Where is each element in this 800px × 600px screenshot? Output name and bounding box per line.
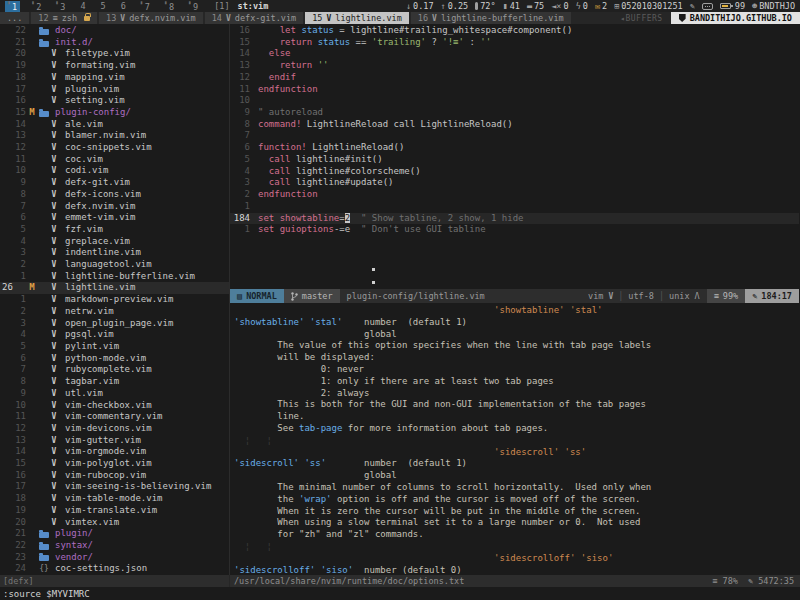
tree-item[interactable]: 10Vcodi.vim	[0, 165, 229, 177]
tree-item[interactable]: 4Vgreplace.vim	[0, 236, 229, 248]
tree-item[interactable]: 14Vale.vim	[0, 119, 229, 131]
defx-file-tree[interactable]: 22doc/21init.d/20Vfiletype.vim19Vformati…	[0, 24, 230, 575]
code-line[interactable]: 5 call lightline#init()	[230, 154, 799, 166]
help-line[interactable]: When using a slow terminal set it to a l…	[234, 517, 799, 529]
tree-item[interactable]: 11Vvim-commentary.vim	[0, 411, 229, 423]
help-window[interactable]: 'showtabline' 'stal''showtabline' 'stal'…	[230, 303, 799, 575]
buffer-tab-defx-git.vim[interactable]: 14Vdefx-git.vim	[205, 12, 304, 24]
help-line[interactable]: the 'wrap' option is off and the cursor …	[234, 494, 799, 506]
tree-item[interactable]: 7Vdefx.nvim.vim	[0, 201, 229, 213]
code-window[interactable]: 16 let status = lightline#trailing_white…	[230, 24, 799, 289]
tree-item[interactable]: 13Vblamer.nvim.vim	[0, 130, 229, 142]
help-line[interactable]: 'sidescroll' 'ss'	[234, 447, 799, 459]
buffer-tab-zsh[interactable]: 12≡zsh	[31, 12, 97, 24]
buffer-tab-lightline.vim[interactable]: 15Vlightline.vim	[305, 12, 409, 24]
tree-item[interactable]: 16Vvim-rubocop.vim	[0, 470, 229, 482]
help-line[interactable]: will be displayed:	[234, 352, 799, 364]
tree-item[interactable]: 6Vemmet-vim.vim	[0, 212, 229, 224]
code-line[interactable]: 14 else	[230, 48, 799, 60]
code-line[interactable]: 13 return ''	[230, 60, 799, 72]
tree-item[interactable]: 8Vdefx-icons.vim	[0, 189, 229, 201]
tree-item[interactable]: 1Vmarkdown-preview.vim	[0, 294, 229, 306]
tmux-window-4[interactable]: 4	[77, 0, 88, 12]
help-line[interactable]: global	[234, 329, 799, 341]
code-line[interactable]: 16 let status = lightline#trailing_white…	[230, 25, 799, 37]
tree-item[interactable]: 17Vvim-seeing-is-believing.vim	[0, 481, 229, 493]
tmux-window-7[interactable]: ▘7	[138, 1, 153, 13]
tree-item[interactable]: 26MVlightline.vim	[0, 282, 229, 294]
tree-item[interactable]: 3Vopen_plugin_page.vim	[0, 318, 229, 330]
tree-item[interactable]: 20Vfiletype.vim	[0, 48, 229, 60]
tree-item[interactable]: 11Vcoc.vim	[0, 154, 229, 166]
command-line[interactable]: :source $MYVIMRC	[0, 587, 800, 600]
help-line[interactable]: 'sidescroll' 'ss' number (default 1)	[234, 458, 799, 470]
help-line[interactable]: The minimal number of columns to scroll …	[234, 482, 799, 494]
help-line[interactable]: 'sidescrolloff' 'siso'	[234, 553, 799, 565]
code-line[interactable]: 3 call lightline#update()	[230, 177, 799, 189]
buffer-tab-lightline-bufferline.vim[interactable]: 16Vlightline-bufferline.vim	[411, 12, 571, 24]
help-line[interactable]: 1: only if there are at least two tab pa…	[234, 376, 799, 388]
tmux-window-5[interactable]: 5	[98, 0, 109, 12]
tree-item[interactable]: 5Vfzf.vim	[0, 224, 229, 236]
tmux-window-3[interactable]: ▘3	[53, 1, 68, 13]
tree-item[interactable]: 16Vsetting.vim	[0, 95, 229, 107]
tree-item[interactable]: 3Vindentline.vim	[0, 247, 229, 259]
tree-item[interactable]: 22syntax/	[0, 540, 229, 552]
tree-item[interactable]: 18Vmapping.vim	[0, 72, 229, 84]
tree-item[interactable]: 18Vvim-table-mode.vim	[0, 493, 229, 505]
code-line[interactable]: 8command! LightlineReload call Lightline…	[230, 119, 799, 131]
help-line[interactable]: 'sidescrolloff' 'siso' number (default 0…	[234, 565, 799, 575]
tree-item[interactable]: 1Vlightline-bufferline.vim	[0, 271, 229, 283]
tree-item[interactable]: 14Vvim-orgmode.vim	[0, 446, 229, 458]
tree-item[interactable]: 2Vlanguagetool.vim	[0, 259, 229, 271]
help-line[interactable]: ¦ ¦	[234, 435, 799, 447]
help-line[interactable]: line.	[234, 411, 799, 423]
code-line[interactable]: 2endfunction	[230, 189, 799, 201]
help-line[interactable]: ¦ ¦	[234, 541, 799, 553]
tree-item[interactable]: 7Vrubycomplete.vim	[0, 364, 229, 376]
tree-item[interactable]: 19Vvim-translate.vim	[0, 505, 229, 517]
tmux-window-1[interactable]: ▘1	[5, 1, 20, 13]
tree-item[interactable]: 24{}coc-settings.json	[0, 563, 229, 575]
tree-item[interactable]: 2Vnetrw.vim	[0, 306, 229, 318]
tree-item[interactable]: 23vendor/	[0, 552, 229, 564]
code-line[interactable]: 15 return status == 'trailing' ? '!≡' : …	[230, 37, 799, 49]
tree-item[interactable]: 20Vvimtex.vim	[0, 517, 229, 529]
help-line[interactable]: 'showtabline' 'stal' number (default 1)	[234, 317, 799, 329]
tmux-window-9[interactable]: ▘9	[186, 1, 201, 13]
tmux-window-6[interactable]: 6	[118, 0, 129, 12]
help-line[interactable]: global	[234, 470, 799, 482]
tree-item[interactable]: 13Vvim-gutter.vim	[0, 435, 229, 447]
code-line[interactable]: 7	[230, 130, 799, 142]
code-line[interactable]: 9" autoreload	[230, 107, 799, 119]
help-line[interactable]: The value of this option specifies when …	[234, 340, 799, 352]
code-line[interactable]: 1	[230, 201, 799, 213]
code-line[interactable]: 1set guioptions-=e " Don't use GUI tabli…	[230, 224, 799, 236]
tree-item[interactable]: 19Vformating.vim	[0, 60, 229, 72]
help-line[interactable]: 2: always	[234, 388, 799, 400]
tree-item[interactable]: 17Vplugin.vim	[0, 84, 229, 96]
code-line[interactable]: 12 endif	[230, 72, 799, 84]
buffer-overflow-indicator[interactable]: ...	[0, 12, 29, 24]
help-line[interactable]: 'showtabline' 'stal'	[234, 305, 799, 317]
tree-item[interactable]: 10Vvim-checkbox.vim	[0, 400, 229, 412]
tree-item[interactable]: 21init.d/	[0, 37, 229, 49]
tree-item[interactable]: 9Vdefx-git.vim	[0, 177, 229, 189]
help-line[interactable]: This is both for the GUI and non-GUI imp…	[234, 399, 799, 411]
tmux-window-8[interactable]: ▘8	[162, 1, 177, 13]
help-line[interactable]: See tab-page for more information about …	[234, 423, 799, 435]
tree-item[interactable]: 6Vpython-mode.vim	[0, 353, 229, 365]
tree-item[interactable]: 15Mplugin-config/	[0, 107, 229, 119]
tree-item[interactable]: 21plugin/	[0, 528, 229, 540]
code-line[interactable]: 11endfunction	[230, 84, 799, 96]
tree-item[interactable]: 22doc/	[0, 25, 229, 37]
tree-item[interactable]: 12Vcoc-snippets.vim	[0, 142, 229, 154]
buffer-tab-defx.nvim.vim[interactable]: 13Vdefx.nvim.vim	[99, 12, 203, 24]
help-line[interactable]: When it is zero the cursor will be put i…	[234, 506, 799, 518]
code-line[interactable]: 10	[230, 95, 799, 107]
tree-item[interactable]: 5Vpylint.vim	[0, 341, 229, 353]
code-line[interactable]: 4 call lightline#colorscheme()	[230, 166, 799, 178]
tree-item[interactable]: 8Vtagbar.vim	[0, 376, 229, 388]
help-line[interactable]: 0: never	[234, 364, 799, 376]
tree-item[interactable]: 4Vpgsql.vim	[0, 329, 229, 341]
